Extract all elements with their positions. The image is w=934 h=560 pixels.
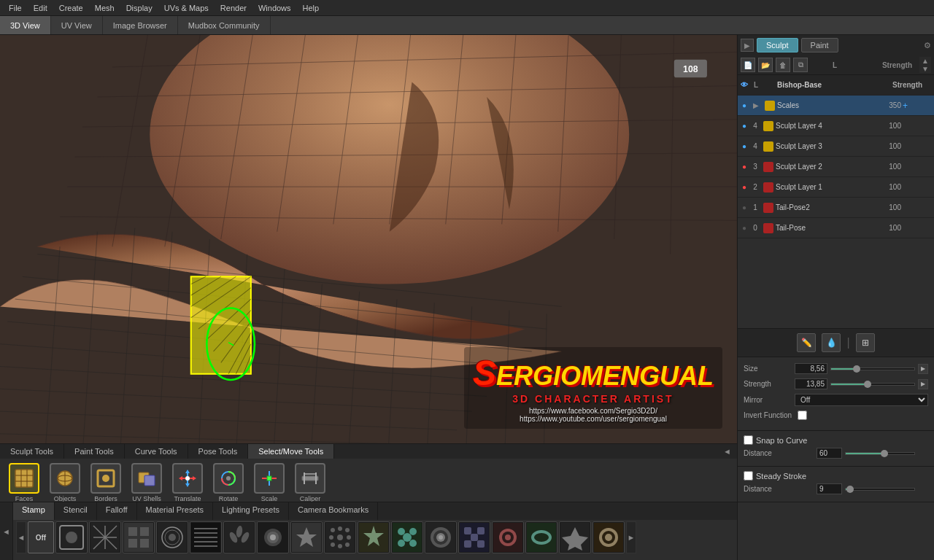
layer-row[interactable]: ● 0 Tail-Pose 100 <box>738 218 934 238</box>
layer-row[interactable]: ● 2 Sculpt Layer 1 100 <box>738 177 934 198</box>
menu-file[interactable]: File <box>3 2 28 14</box>
layer-eye: ● <box>739 223 749 233</box>
stamp-tab-lighting[interactable]: Lighting Presets <box>213 502 289 520</box>
add-layer-btn[interactable]: + <box>903 101 908 111</box>
stamp-item-16[interactable] <box>559 521 591 553</box>
duplicate-layer-btn[interactable]: ⧉ <box>793 58 808 72</box>
tab-selectmove-tools[interactable]: Select/Move Tools <box>248 444 334 459</box>
stamp-item-13[interactable] <box>458 521 490 553</box>
stamp-item-2[interactable] <box>89 521 121 553</box>
layer-row-base[interactable]: 👁 L Bishop-Base Strength <box>738 75 934 96</box>
size-slider[interactable] <box>830 368 915 370</box>
invert-checkbox[interactable] <box>798 411 807 420</box>
stamp-item-3[interactable] <box>123 521 155 553</box>
menu-render[interactable]: Render <box>215 2 252 14</box>
menu-mesh[interactable]: Mesh <box>89 2 120 14</box>
size-expand[interactable]: ▶ <box>918 364 928 374</box>
menu-edit[interactable]: Edit <box>28 2 53 14</box>
tool-btn-faces[interactable]: Faces <box>6 462 42 502</box>
layers-scroll-up[interactable]: ▲ <box>919 57 931 65</box>
uvshells-label: UV Shells <box>132 495 161 502</box>
layer-row[interactable]: ● 4 Sculpt Layer 4 100 <box>738 116 934 136</box>
layer-eye: ● <box>739 203 749 213</box>
stamp-tab-stamp[interactable]: Stamp <box>13 502 55 520</box>
stamp-item-9[interactable] <box>324 521 356 553</box>
open-layer-btn[interactable]: 📂 <box>758 58 773 72</box>
rp-layers-icon[interactable]: ⚙ <box>924 41 931 50</box>
layer-eye: ● <box>739 162 749 172</box>
size-input[interactable] <box>795 363 827 374</box>
stamp-scroll-left[interactable]: ◄ <box>16 521 26 553</box>
tool-btn-caliper[interactable]: Caliper <box>292 462 328 502</box>
stamp-item-7[interactable] <box>257 521 289 553</box>
stamp-item-5[interactable] <box>190 521 222 553</box>
menu-windows[interactable]: Windows <box>252 2 297 14</box>
snap-slider[interactable] <box>845 452 915 455</box>
layer-row[interactable]: ● 3 Sculpt Layer 2 100 <box>738 157 934 177</box>
stamp-item-12[interactable] <box>425 521 457 553</box>
rp-expand-btn[interactable]: ▶ <box>741 39 754 52</box>
strength-input[interactable] <box>795 378 827 389</box>
stamp-item-17[interactable] <box>593 521 625 553</box>
strength-expand[interactable]: ▶ <box>918 379 928 389</box>
new-layer-btn[interactable]: 📄 <box>741 58 755 72</box>
tab-sculpt-tools[interactable]: Sculpt Tools <box>0 444 64 459</box>
tool-btn-translate[interactable]: Translate <box>169 462 206 502</box>
stamp-item-1[interactable] <box>55 521 88 553</box>
tool-btn-objects[interactable]: Objects <box>47 462 83 502</box>
tool-btn-borders[interactable]: Borders <box>88 462 124 502</box>
smear-icon[interactable]: 💧 <box>822 333 841 352</box>
stamp-item-10[interactable] <box>358 521 390 553</box>
stamp-item-4[interactable] <box>156 521 188 553</box>
stamp-item-15[interactable] <box>525 521 557 553</box>
tab-paint-tools[interactable]: Paint Tools <box>64 444 125 459</box>
svg-point-154 <box>505 534 511 540</box>
bottom-expand-btn[interactable]: ◄ <box>0 502 13 560</box>
rp-tab-sculpt[interactable]: Sculpt <box>757 38 798 52</box>
svg-marker-76 <box>193 476 196 481</box>
tab-3dview[interactable]: 3D View <box>0 16 51 34</box>
stamp-tab-camera[interactable]: Camera Bookmarks <box>289 502 378 520</box>
tab-imagebrowser[interactable]: Image Browser <box>103 16 178 34</box>
stamp-tab-stencil[interactable]: Stencil <box>55 502 97 520</box>
menu-uvs[interactable]: UVs & Maps <box>158 2 215 14</box>
stamp-tab-falloff[interactable]: Falloff <box>97 502 137 520</box>
grid-icon[interactable]: ⊞ <box>856 333 875 352</box>
strength-slider[interactable] <box>830 383 915 386</box>
menu-help[interactable]: Help <box>297 2 325 14</box>
stamp-item-11[interactable] <box>391 521 423 553</box>
tab-mudbox-community[interactable]: Mudbox Community <box>178 16 271 34</box>
stamp-item-14[interactable] <box>492 521 524 553</box>
delete-layer-btn[interactable]: 🗑 <box>776 58 790 72</box>
layer-row[interactable]: ● 4 Sculpt Layer 3 100 <box>738 136 934 157</box>
steady-checkbox[interactable] <box>744 471 753 481</box>
menu-create[interactable]: Create <box>53 2 89 14</box>
menu-display[interactable]: Display <box>120 2 158 14</box>
snap-checkbox[interactable] <box>744 435 753 445</box>
tool-btn-uvshells[interactable]: UV Shells <box>128 462 165 502</box>
tool-btn-rotate[interactable]: Rotate <box>210 462 247 502</box>
steady-slider[interactable] <box>845 488 915 491</box>
stamp-scroll-right[interactable]: ► <box>626 521 636 553</box>
layer-row[interactable]: ● 1 Tail-Pose2 100 <box>738 198 934 218</box>
stamp-tab-material[interactable]: Material Presets <box>137 502 213 520</box>
mirror-dropdown[interactable]: OffXYZ <box>795 394 928 406</box>
stamp-item-6[interactable] <box>223 521 255 553</box>
rp-tab-paint[interactable]: Paint <box>801 38 838 52</box>
stamp-off-btn[interactable]: Off <box>28 521 54 553</box>
layers-scroll-down[interactable]: ▼ <box>919 65 931 73</box>
layer-row-scales[interactable]: ● ▶ Scales 350 + <box>738 96 934 116</box>
logo-url1: https://www.facebook.com/Sergio3D2D/ <box>473 407 714 415</box>
tool-area-expand[interactable]: ◄ <box>717 444 737 459</box>
tab-curve-tools[interactable]: Curve Tools <box>125 444 188 459</box>
snap-distance-input[interactable] <box>817 448 842 459</box>
tool-btn-scale[interactable]: Scale <box>251 462 287 502</box>
steady-distance-input[interactable] <box>817 483 842 494</box>
brush-icon[interactable]: ✏️ <box>797 333 816 352</box>
tab-pose-tools[interactable]: Pose Tools <box>188 444 249 459</box>
viewport[interactable]: 108 SERGIOMENGUAL 3D CHARACTER ARTIST ht… <box>0 35 737 443</box>
tab-uvview[interactable]: UV View <box>51 16 103 34</box>
stamp-item-8[interactable] <box>290 521 323 553</box>
layer-L-base: L <box>749 81 763 89</box>
snap-label: Snap to Curve <box>756 436 807 445</box>
